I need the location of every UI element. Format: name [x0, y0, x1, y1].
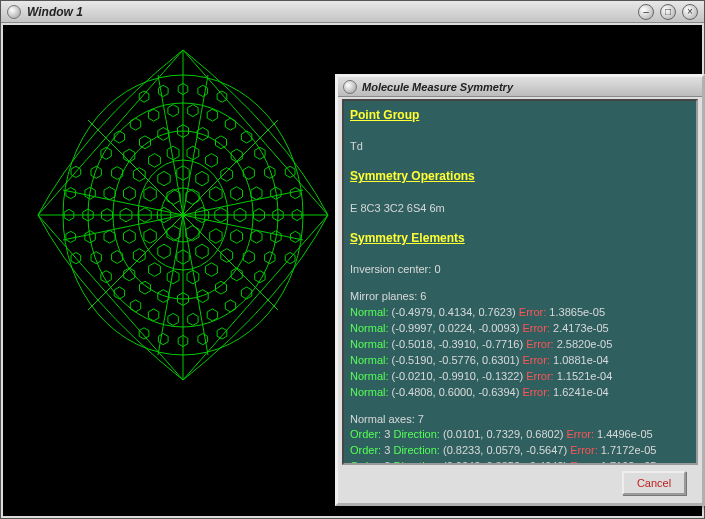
svg-marker-54 — [104, 187, 115, 200]
main-titlebar[interactable]: Window 1 – □ × — [1, 1, 704, 23]
svg-marker-30 — [133, 249, 145, 263]
svg-marker-84 — [114, 131, 124, 143]
svg-marker-87 — [168, 105, 178, 117]
svg-marker-111 — [198, 85, 208, 96]
svg-marker-43 — [243, 251, 254, 264]
svg-marker-61 — [216, 136, 227, 149]
svg-marker-101 — [158, 334, 168, 345]
svg-marker-49 — [140, 281, 151, 294]
svg-marker-85 — [130, 118, 140, 130]
svg-marker-57 — [140, 136, 151, 149]
svg-marker-114 — [290, 188, 300, 199]
axes-list: Order: 3 Direction: (0.0101, 0.7329, 0.6… — [350, 427, 690, 465]
cancel-button[interactable]: Cancel — [622, 471, 686, 495]
svg-marker-9 — [167, 189, 180, 204]
svg-marker-108 — [139, 91, 149, 102]
svg-marker-34 — [133, 168, 145, 182]
inversion-label: Inversion center: — [350, 263, 431, 275]
svg-marker-63 — [243, 167, 254, 180]
svg-marker-109 — [158, 85, 168, 96]
svg-marker-86 — [148, 109, 158, 121]
axis-row: Order: 3 Direction: (0.0101, 0.7329, 0.6… — [350, 427, 690, 443]
svg-marker-73 — [168, 313, 178, 325]
axes-header: Normal axes: 7 — [350, 412, 690, 428]
inversion-value: 0 — [434, 263, 440, 275]
svg-marker-12 — [210, 229, 222, 243]
mirror-row: Normal: (-0.4979, 0.4134, 0.7623) Error:… — [350, 305, 690, 321]
svg-marker-6 — [186, 226, 199, 241]
symmetry-dialog: Molecule Measure Symmetry Point Group Td… — [335, 74, 705, 506]
dialog-icon — [343, 80, 357, 94]
svg-marker-26 — [206, 263, 218, 277]
mirror-row: Normal: (-0.9997, 0.0224, -0.0093) Error… — [350, 321, 690, 337]
close-button[interactable]: × — [682, 4, 698, 20]
svg-marker-13 — [196, 244, 208, 258]
svg-marker-52 — [104, 230, 115, 243]
svg-marker-98 — [217, 328, 227, 339]
svg-marker-39 — [221, 168, 233, 182]
dialog-body[interactable]: Point Group Td Symmetry Operations E 8C3… — [342, 99, 698, 465]
svg-marker-42 — [251, 230, 262, 243]
svg-marker-29 — [149, 263, 161, 277]
svg-marker-7 — [167, 226, 180, 241]
svg-marker-91 — [241, 131, 251, 143]
svg-marker-19 — [158, 171, 170, 185]
app-icon — [7, 5, 21, 19]
axis-row: Order: 3 Direction: (0.8233, 0.0579, -0.… — [350, 443, 690, 459]
svg-marker-10 — [186, 189, 199, 204]
mirror-row: Normal: (-0.4808, 0.6000, -0.6394) Error… — [350, 385, 690, 401]
svg-marker-16 — [144, 229, 156, 243]
mirror-label: Mirror planes: — [350, 290, 417, 302]
mirror-list: Normal: (-0.4979, 0.4134, 0.7623) Error:… — [350, 305, 690, 401]
svg-marker-64 — [251, 187, 262, 200]
svg-marker-40 — [231, 187, 243, 201]
inversion-row: Inversion center: 0 — [350, 262, 690, 278]
svg-marker-104 — [66, 231, 76, 242]
svg-marker-74 — [148, 309, 158, 321]
svg-marker-25 — [221, 249, 233, 263]
svg-marker-99 — [198, 334, 208, 345]
minimize-button[interactable]: – — [638, 4, 654, 20]
svg-marker-69 — [241, 287, 251, 299]
dialog-titlebar[interactable]: Molecule Measure Symmetry — [338, 77, 702, 97]
axes-label: Normal axes: — [350, 413, 415, 425]
axes-count: 7 — [418, 413, 424, 425]
mirror-row: Normal: (-0.5018, -0.3910, -0.7716) Erro… — [350, 337, 690, 353]
svg-marker-70 — [225, 300, 235, 312]
elements-heading: Symmetry Elements — [350, 230, 690, 247]
operations-heading: Symmetry Operations — [350, 168, 690, 185]
svg-marker-38 — [206, 154, 218, 168]
svg-marker-96 — [290, 231, 300, 242]
mirror-count: 6 — [420, 290, 426, 302]
mirror-row: Normal: (-0.5190, -0.5776, 0.6301) Error… — [350, 353, 690, 369]
window-title: Window 1 — [27, 5, 83, 19]
svg-marker-33 — [124, 187, 136, 201]
svg-marker-102 — [139, 328, 149, 339]
svg-marker-31 — [124, 230, 136, 244]
point-group-value: Td — [350, 139, 690, 155]
dialog-title: Molecule Measure Symmetry — [362, 81, 513, 93]
molecule-mesh — [23, 40, 343, 390]
svg-marker-45 — [216, 281, 227, 294]
svg-marker-35 — [149, 154, 161, 168]
svg-marker-72 — [188, 313, 198, 325]
svg-marker-21 — [196, 171, 208, 185]
operations-value: E 8C3 3C2 6S4 6m — [350, 201, 690, 217]
axis-row: Order: 3 Direction: (0.0242, 0.8853, -0.… — [350, 459, 690, 465]
svg-marker-71 — [207, 309, 217, 321]
svg-marker-24 — [231, 230, 243, 244]
svg-marker-76 — [114, 287, 124, 299]
dialog-button-bar: Cancel — [342, 467, 698, 499]
svg-marker-51 — [112, 251, 123, 264]
svg-marker-75 — [130, 300, 140, 312]
point-group-heading: Point Group — [350, 107, 690, 124]
svg-marker-88 — [188, 105, 198, 117]
svg-marker-90 — [225, 118, 235, 130]
maximize-button[interactable]: □ — [660, 4, 676, 20]
svg-marker-15 — [158, 244, 170, 258]
svg-marker-89 — [207, 109, 217, 121]
svg-marker-18 — [144, 187, 156, 201]
mirror-row: Normal: (-0.0210, -0.9910, -0.1322) Erro… — [350, 369, 690, 385]
mirror-header: Mirror planes: 6 — [350, 289, 690, 305]
svg-marker-106 — [66, 188, 76, 199]
